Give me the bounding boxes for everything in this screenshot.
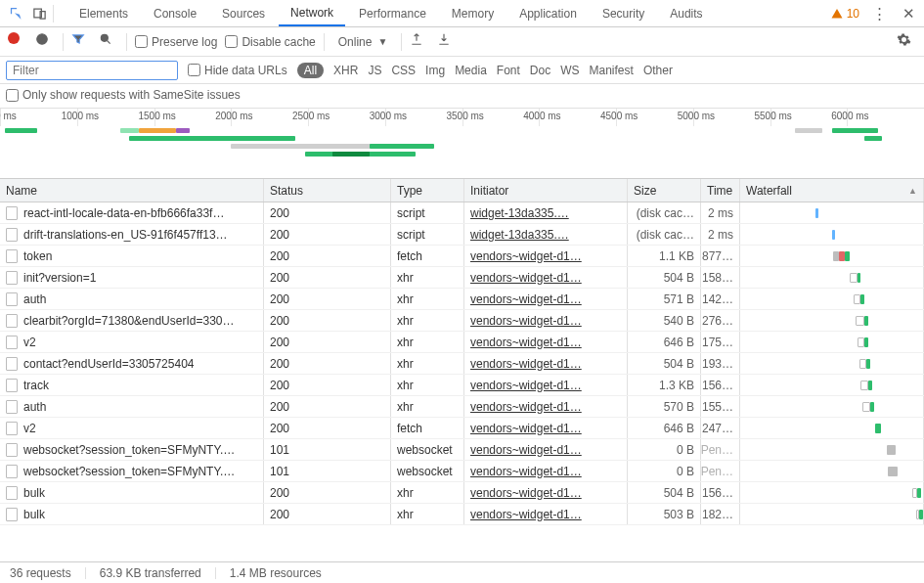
- tab-performance[interactable]: Performance: [347, 0, 438, 26]
- search-icon[interactable]: [99, 32, 118, 52]
- table-row[interactable]: token200fetchvendors~widget-d1…1.1 KB877…: [0, 246, 924, 267]
- waterfall-bar: [839, 251, 845, 261]
- col-waterfall[interactable]: Waterfall: [740, 179, 924, 202]
- table-row[interactable]: init?version=1200xhrvendors~widget-d1…50…: [0, 267, 924, 289]
- cell-initiator[interactable]: vendors~widget-d1…: [464, 396, 628, 417]
- waterfall-bar: [832, 230, 836, 240]
- cell-size: 646 B: [628, 418, 701, 438]
- close-icon[interactable]: ✕: [899, 4, 918, 23]
- file-icon: [6, 206, 18, 220]
- cell-initiator[interactable]: vendors~widget-d1…: [464, 289, 628, 309]
- col-status[interactable]: Status: [264, 179, 391, 202]
- table-row[interactable]: bulk200xhrvendors~widget-d1…503 B182…: [0, 504, 924, 525]
- table-row[interactable]: bulk200xhrvendors~widget-d1…504 B156…: [0, 482, 924, 504]
- type-filter-css[interactable]: CSS: [391, 64, 416, 77]
- cell-initiator[interactable]: vendors~widget-d1…: [464, 461, 628, 481]
- tab-sources[interactable]: Sources: [210, 0, 277, 26]
- cell-initiator[interactable]: widget-13da335.…: [464, 224, 628, 245]
- table-row[interactable]: websocket?session_token=SFMyNTY.…101webs…: [0, 439, 924, 461]
- table-row[interactable]: auth200xhrvendors~widget-d1…570 B155…: [0, 396, 924, 418]
- kebab-menu-icon[interactable]: ⋮: [869, 4, 889, 23]
- table-row[interactable]: react-intl-locale-data-en-bfb666fa33f…20…: [0, 202, 924, 224]
- cell-status: 101: [264, 439, 391, 460]
- cell-waterfall: [740, 310, 924, 331]
- throttling-select[interactable]: Online ▼: [332, 35, 394, 49]
- type-filter-font[interactable]: Font: [497, 64, 520, 77]
- type-filter-ws[interactable]: WS: [560, 64, 579, 77]
- tab-audits[interactable]: Audits: [658, 0, 714, 26]
- filter-input[interactable]: [6, 61, 178, 80]
- col-size[interactable]: Size: [628, 179, 701, 202]
- type-filter-xhr[interactable]: XHR: [333, 64, 358, 77]
- record-button[interactable]: [8, 32, 27, 52]
- timeline-overview[interactable]: 500 ms1000 ms1500 ms2000 ms2500 ms3000 m…: [0, 109, 924, 179]
- samesite-checkbox[interactable]: Only show requests with SameSite issues: [6, 88, 241, 102]
- overview-bar: [5, 128, 37, 133]
- tab-memory[interactable]: Memory: [440, 0, 506, 26]
- col-time[interactable]: Time: [701, 179, 740, 202]
- cell-initiator[interactable]: vendors~widget-d1…: [464, 267, 628, 288]
- import-har-icon[interactable]: [410, 32, 429, 52]
- cell-initiator[interactable]: vendors~widget-d1…: [464, 482, 628, 503]
- cell-initiator[interactable]: vendors~widget-d1…: [464, 504, 628, 524]
- cell-name: contact?endUserId=3305725404: [0, 353, 264, 374]
- preserve-log-label: Preserve log: [152, 35, 217, 49]
- type-filter-other[interactable]: Other: [643, 64, 673, 77]
- cell-size: 504 B: [628, 482, 701, 503]
- hide-data-urls-checkbox[interactable]: Hide data URLs: [188, 64, 287, 77]
- col-name[interactable]: Name: [0, 179, 264, 202]
- cell-initiator[interactable]: vendors~widget-d1…: [464, 353, 628, 374]
- cell-initiator[interactable]: vendors~widget-d1…: [464, 310, 628, 331]
- clear-icon[interactable]: [35, 32, 55, 52]
- cell-status: 200: [264, 224, 391, 245]
- cell-waterfall: [740, 396, 924, 417]
- tab-application[interactable]: Application: [507, 0, 589, 26]
- table-row[interactable]: drift-translations-en_US-91f6f457ff13…20…: [0, 224, 924, 246]
- warning-count[interactable]: 10: [831, 7, 859, 21]
- type-filter-doc[interactable]: Doc: [530, 64, 550, 77]
- device-toolbar-icon[interactable]: [29, 4, 49, 23]
- cell-waterfall: [740, 246, 924, 266]
- cell-type: websocket: [391, 439, 464, 460]
- cell-waterfall: [740, 224, 924, 245]
- type-filter-all[interactable]: All: [297, 63, 324, 78]
- cell-initiator[interactable]: vendors~widget-d1…: [464, 375, 628, 395]
- type-filter-img[interactable]: Img: [425, 64, 445, 77]
- preserve-log-checkbox[interactable]: Preserve log: [135, 35, 217, 49]
- waterfall-bar: [887, 445, 896, 455]
- type-filter-js[interactable]: JS: [368, 64, 381, 77]
- tab-security[interactable]: Security: [591, 0, 656, 26]
- tab-elements[interactable]: Elements: [67, 0, 140, 26]
- filter-icon[interactable]: [71, 32, 91, 52]
- table-row[interactable]: v2200fetchvendors~widget-d1…646 B247…: [0, 418, 924, 439]
- table-row[interactable]: contact?endUserId=3305725404200xhrvendor…: [0, 353, 924, 375]
- export-har-icon[interactable]: [437, 32, 457, 52]
- table-row[interactable]: track200xhrvendors~widget-d1…1.3 KB156…: [0, 375, 924, 396]
- cell-size: 504 B: [628, 267, 701, 288]
- table-row[interactable]: websocket?session_token=SFMyNTY.…101webs…: [0, 461, 924, 482]
- waterfall-bar: [888, 467, 897, 476]
- file-icon: [6, 465, 18, 478]
- col-initiator[interactable]: Initiator: [464, 179, 628, 202]
- settings-gear-icon[interactable]: [897, 32, 916, 52]
- tab-console[interactable]: Console: [142, 0, 208, 26]
- cell-waterfall: [740, 375, 924, 395]
- cell-initiator[interactable]: vendors~widget-d1…: [464, 246, 628, 266]
- table-row[interactable]: clearbit?orgId=71380&endUserId=330…200xh…: [0, 310, 924, 332]
- waterfall-bar: [860, 294, 864, 304]
- disable-cache-checkbox[interactable]: Disable cache: [225, 35, 315, 49]
- table-row[interactable]: v2200xhrvendors~widget-d1…646 B175…: [0, 332, 924, 353]
- type-filter-media[interactable]: Media: [455, 64, 487, 77]
- cell-initiator[interactable]: vendors~widget-d1…: [464, 439, 628, 460]
- table-row[interactable]: auth200xhrvendors~widget-d1…571 B142…: [0, 289, 924, 310]
- cell-initiator[interactable]: vendors~widget-d1…: [464, 332, 628, 352]
- tab-network[interactable]: Network: [279, 0, 345, 26]
- cell-status: 200: [264, 332, 391, 352]
- type-filter-manifest[interactable]: Manifest: [590, 64, 634, 77]
- cell-initiator[interactable]: vendors~widget-d1…: [464, 418, 628, 438]
- file-icon: [6, 228, 18, 242]
- svg-point-4: [101, 34, 108, 41]
- inspect-element-icon[interactable]: [6, 4, 25, 23]
- cell-initiator[interactable]: widget-13da335.…: [464, 202, 628, 223]
- col-type[interactable]: Type: [391, 179, 464, 202]
